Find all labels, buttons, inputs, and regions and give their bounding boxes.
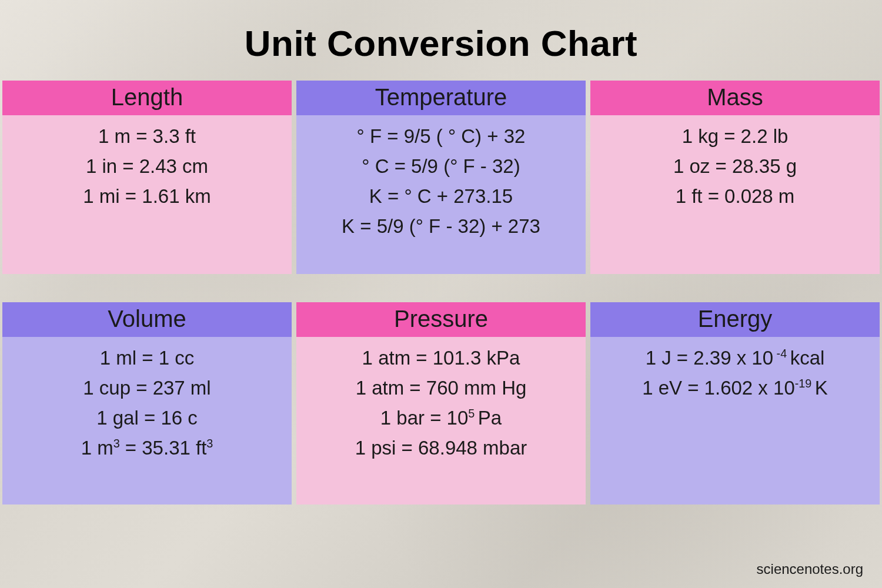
volume-body: 1 ml = 1 cc 1 cup = 237 ml 1 gal = 16 c … xyxy=(2,337,292,505)
mass-header: Mass xyxy=(590,81,880,115)
length-line: 1 in = 2.43 cm xyxy=(8,151,286,181)
temperature-card: Temperature ° F = 9/5 ( ° C) + 32 ° C = … xyxy=(296,81,586,274)
temperature-line: ° C = 5/9 (° F - 32) xyxy=(302,151,580,181)
mass-body: 1 kg = 2.2 lb 1 oz = 28.35 g 1 ft = 0.02… xyxy=(590,115,880,274)
volume-header: Volume xyxy=(2,302,292,337)
temperature-body: ° F = 9/5 ( ° C) + 32 ° C = 5/9 (° F - 3… xyxy=(296,115,586,274)
length-card: Length 1 m = 3.3 ft 1 in = 2.43 cm 1 mi … xyxy=(2,81,292,274)
volume-card: Volume 1 ml = 1 cc 1 cup = 237 ml 1 gal … xyxy=(2,302,292,505)
energy-card: Energy 1 J = 2.39 x 10 -4 kcal 1 eV = 1.… xyxy=(590,302,880,505)
length-body: 1 m = 3.3 ft 1 in = 2.43 cm 1 mi = 1.61 … xyxy=(2,115,292,274)
length-line: 1 mi = 1.61 km xyxy=(8,181,286,211)
mass-line: 1 kg = 2.2 lb xyxy=(596,121,874,151)
pressure-header: Pressure xyxy=(296,302,586,337)
mass-card: Mass 1 kg = 2.2 lb 1 oz = 28.35 g 1 ft =… xyxy=(590,81,880,274)
temperature-line: ° F = 9/5 ( ° C) + 32 xyxy=(302,121,580,151)
temperature-line: K = 5/9 (° F - 32) + 273 xyxy=(302,211,580,241)
page-title: Unit Conversion Chart xyxy=(0,0,882,81)
pressure-card: Pressure 1 atm = 101.3 kPa 1 atm = 760 m… xyxy=(296,302,586,505)
row-1: Length 1 m = 3.3 ft 1 in = 2.43 cm 1 mi … xyxy=(0,81,882,274)
energy-line: 1 eV = 1.602 x 10-19 K xyxy=(596,373,874,403)
pressure-body: 1 atm = 101.3 kPa 1 atm = 760 mm Hg 1 ba… xyxy=(296,337,586,505)
energy-line: 1 J = 2.39 x 10 -4 kcal xyxy=(596,343,874,373)
temperature-header: Temperature xyxy=(296,81,586,115)
mass-line: 1 ft = 0.028 m xyxy=(596,181,874,211)
temperature-line: K = ° C + 273.15 xyxy=(302,181,580,211)
energy-body: 1 J = 2.39 x 10 -4 kcal 1 eV = 1.602 x 1… xyxy=(590,337,880,505)
energy-header: Energy xyxy=(590,302,880,337)
length-line: 1 m = 3.3 ft xyxy=(8,121,286,151)
length-header: Length xyxy=(2,81,292,115)
volume-line: 1 cup = 237 ml xyxy=(8,373,286,403)
pressure-line: 1 atm = 101.3 kPa xyxy=(302,343,580,373)
volume-line: 1 m3 = 35.31 ft3 xyxy=(8,433,286,463)
row-2: Volume 1 ml = 1 cc 1 cup = 237 ml 1 gal … xyxy=(0,302,882,505)
pressure-line: 1 atm = 760 mm Hg xyxy=(302,373,580,403)
volume-line: 1 ml = 1 cc xyxy=(8,343,286,373)
pressure-line: 1 psi = 68.948 mbar xyxy=(302,433,580,463)
pressure-line: 1 bar = 105 Pa xyxy=(302,403,580,433)
mass-line: 1 oz = 28.35 g xyxy=(596,151,874,181)
volume-line: 1 gal = 16 c xyxy=(8,403,286,433)
attribution: sciencenotes.org xyxy=(757,561,863,577)
